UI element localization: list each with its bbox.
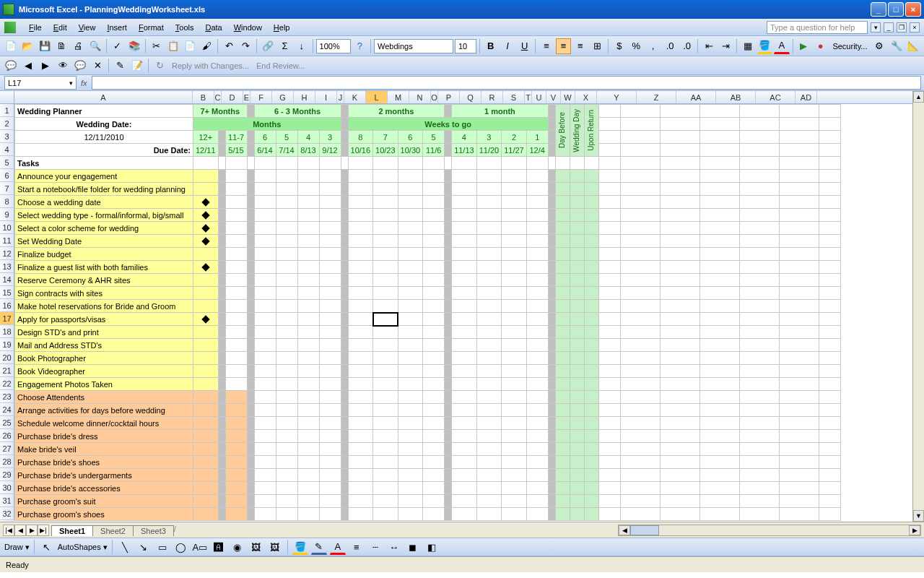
row-header-6[interactable]: 6	[0, 169, 14, 182]
control-toolbox-icon[interactable]: 🔧	[889, 38, 904, 54]
task-row-13[interactable]: Finalize a guest list with both families	[15, 261, 841, 274]
row-header-3[interactable]: 3	[0, 130, 14, 143]
row-header-20[interactable]: 20	[0, 351, 14, 364]
print-preview-icon[interactable]: 🔍	[87, 38, 103, 54]
task-row-27[interactable]: Make bride's veil	[15, 443, 841, 456]
picture-icon[interactable]: 🖼	[267, 539, 283, 555]
diagram-icon[interactable]: ◉	[230, 539, 245, 555]
help-search-input[interactable]	[767, 21, 868, 34]
research-icon[interactable]: 📚	[126, 38, 141, 54]
row-header-8[interactable]: 8	[0, 195, 14, 208]
paste-icon[interactable]: 📄	[182, 38, 197, 54]
hyperlink-icon[interactable]: 🔗	[260, 38, 275, 54]
permission-icon[interactable]: 🗎	[53, 38, 69, 54]
row-header-17[interactable]: 17	[0, 312, 14, 325]
row-header-13[interactable]: 13	[0, 260, 14, 273]
prev-comment-icon[interactable]: ◀	[20, 58, 36, 74]
row-header-11[interactable]: 11	[0, 234, 14, 247]
increase-indent-icon[interactable]: ⇥	[718, 38, 733, 54]
row-header-12[interactable]: 12	[0, 247, 14, 260]
row-header-29[interactable]: 29	[0, 468, 14, 481]
align-left-icon[interactable]: ≡	[539, 38, 554, 54]
workbook-minimize-button[interactable]: _	[884, 22, 894, 33]
name-box[interactable]: L17▾	[4, 76, 77, 90]
task-row-32[interactable]: Purchase groom's shoes	[15, 508, 841, 521]
tab-nav-prev-icon[interactable]: ◀	[14, 525, 26, 536]
task-row-14[interactable]: Reserve Ceremony & AHR sites	[15, 274, 841, 287]
play-macro-icon[interactable]: ▶	[796, 38, 811, 54]
next-comment-icon[interactable]: ▶	[38, 58, 53, 74]
row-header-5[interactable]: 5	[0, 156, 14, 169]
col-header-U[interactable]: U	[532, 91, 546, 103]
menu-view[interactable]: View	[73, 22, 102, 33]
col-header-AB[interactable]: AB	[716, 91, 756, 103]
show-ink-icon[interactable]: ✎	[112, 58, 128, 74]
format-painter-icon[interactable]: 🖌	[199, 38, 214, 54]
col-header-R[interactable]: R	[481, 91, 503, 103]
task-row-9[interactable]: Select wedding type - formal/informal, b…	[15, 209, 841, 222]
font-name-input[interactable]	[374, 39, 453, 53]
italic-icon[interactable]: I	[500, 38, 515, 54]
row-header-10[interactable]: 10	[0, 221, 14, 234]
row-header-16[interactable]: 16	[0, 299, 14, 312]
menu-tools[interactable]: Tools	[170, 22, 200, 33]
select-all-corner[interactable]	[0, 91, 14, 104]
clipart-icon[interactable]: 🖼	[248, 539, 264, 555]
task-row-10[interactable]: Select a color scheme for wedding	[15, 222, 841, 235]
help-dropdown-icon[interactable]: ▾	[871, 22, 881, 33]
menu-data[interactable]: Data	[199, 22, 227, 33]
task-row-17[interactable]: Apply for passports/visas	[15, 313, 841, 326]
font-color-draw-icon[interactable]: A	[330, 539, 346, 555]
col-header-Z[interactable]: Z	[637, 91, 676, 103]
vb-editor-icon[interactable]: ⚙	[871, 38, 886, 54]
task-row-25[interactable]: Schedule welcome dinner/cocktail hours	[15, 417, 841, 430]
menu-file[interactable]: File	[23, 22, 48, 33]
cells-area[interactable]: Wedding Planner7+ Months6 - 3 Months2 mo…	[14, 104, 924, 522]
align-right-icon[interactable]: ≡	[572, 38, 588, 54]
window-minimize-button[interactable]: _	[871, 2, 886, 17]
sheet-tab-sheet1[interactable]: Sheet1	[51, 525, 93, 536]
row-header-31[interactable]: 31	[0, 494, 14, 507]
vertical-scrollbar[interactable]: ▲ ▼	[912, 104, 924, 522]
task-row-19[interactable]: Mail and Address STD's	[15, 339, 841, 352]
col-header-D[interactable]: D	[222, 91, 243, 103]
menu-edit[interactable]: Edit	[48, 22, 73, 33]
col-header-A[interactable]: A	[14, 91, 193, 103]
col-header-AC[interactable]: AC	[756, 91, 796, 103]
bold-icon[interactable]: B	[483, 38, 498, 54]
new-comment-icon[interactable]: 💬	[3, 58, 19, 74]
formula-bar[interactable]	[92, 76, 921, 90]
sheet-tab-sheet2[interactable]: Sheet2	[92, 525, 134, 536]
horizontal-scrollbar[interactable]: ◀ ▶	[618, 525, 921, 536]
decrease-indent-icon[interactable]: ⇤	[701, 38, 716, 54]
undo-icon[interactable]: ↶	[221, 38, 236, 54]
task-row-30[interactable]: Purchase bride's accessories	[15, 482, 841, 495]
row-header-14[interactable]: 14	[0, 273, 14, 286]
scroll-left-icon[interactable]: ◀	[619, 525, 630, 535]
row-header-27[interactable]: 27	[0, 442, 14, 455]
window-close-button[interactable]: ×	[905, 2, 921, 17]
task-row-29[interactable]: Purchase bride's undergarments	[15, 469, 841, 482]
sort-icon[interactable]: ↓	[294, 38, 309, 54]
col-header-T[interactable]: T	[525, 91, 532, 103]
task-row-22[interactable]: Engagement Photos Taken	[15, 378, 841, 391]
col-header-Y[interactable]: Y	[597, 91, 637, 103]
col-header-E[interactable]: E	[243, 91, 250, 103]
redo-icon[interactable]: ↷	[238, 38, 253, 54]
cut-icon[interactable]: ✂	[149, 38, 164, 54]
align-center-icon[interactable]: ≡	[556, 38, 571, 54]
increase-decimal-icon[interactable]: .0	[662, 38, 677, 54]
wordart-icon[interactable]: 🅰	[211, 539, 227, 555]
row-header-32[interactable]: 32	[0, 507, 14, 520]
task-row-31[interactable]: Purchase groom's suit	[15, 495, 841, 508]
zoom-input[interactable]	[316, 39, 351, 53]
col-header-G[interactable]: G	[272, 91, 294, 103]
save-icon[interactable]: 💾	[37, 38, 52, 54]
scroll-thumb[interactable]	[630, 525, 659, 535]
task-row-6[interactable]: Announce your engagement	[15, 170, 841, 183]
row-header-26[interactable]: 26	[0, 429, 14, 442]
task-row-23[interactable]: Choose Attendents	[15, 391, 841, 404]
col-header-Q[interactable]: Q	[460, 91, 481, 103]
tab-nav-next-icon[interactable]: ▶	[26, 525, 38, 536]
row-header-25[interactable]: 25	[0, 416, 14, 429]
